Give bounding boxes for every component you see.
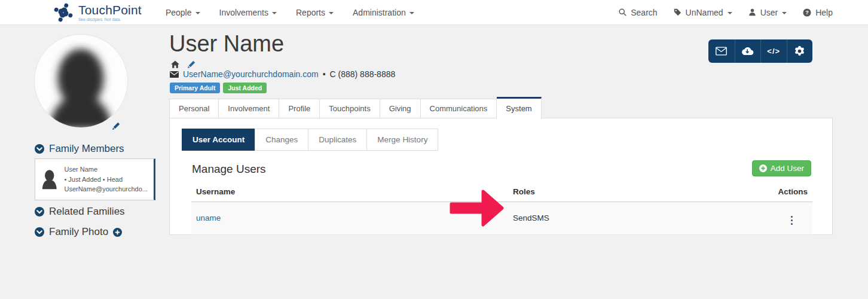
profile-action-buttons: </> — [708, 39, 812, 63]
top-navbar: TouchPoint See disciples. Not data. Peop… — [0, 0, 868, 25]
navbar-right: Search UnNamed User ? Help — [619, 8, 833, 17]
code-icon: </> — [767, 47, 780, 56]
help-button[interactable]: ? Help — [803, 8, 833, 17]
brand-tagline: See disciples. Not data. — [78, 17, 142, 22]
search-icon — [619, 8, 626, 16]
brand-logo[interactable]: TouchPoint See disciples. Not data. — [53, 2, 142, 23]
email-button[interactable] — [708, 39, 735, 63]
svg-text:?: ? — [805, 10, 809, 16]
cloud-download-button[interactable] — [735, 39, 761, 63]
column-roles: Roles — [508, 182, 747, 202]
edit-person-icon[interactable] — [188, 60, 195, 68]
column-actions: Actions — [747, 182, 812, 202]
tab-communications[interactable]: Communications — [421, 99, 497, 118]
cloud-download-icon — [741, 47, 754, 56]
caret-down-icon — [272, 12, 277, 14]
user-menu[interactable]: User — [748, 8, 787, 17]
phone-number: C (888) 888-8888 — [330, 69, 396, 79]
caret-down-icon — [782, 12, 787, 14]
family-member-card[interactable]: User Name • Just Added • Head UserName@y… — [35, 158, 155, 200]
tab-giving[interactable]: Giving — [380, 99, 421, 118]
email-link[interactable]: UserName@yourchurchdomain.com — [183, 69, 319, 79]
badge-primary-adult: Primary Adult — [170, 83, 220, 93]
plus-circle-icon — [759, 164, 767, 172]
home-icon[interactable] — [171, 60, 179, 68]
help-icon: ? — [803, 8, 811, 17]
family-members-section[interactable]: Family Members — [35, 143, 124, 155]
tab-system[interactable]: System — [497, 97, 541, 119]
menu-involvements[interactable]: Involvements — [219, 8, 277, 17]
caret-down-icon — [409, 12, 414, 14]
menu-reports[interactable]: Reports — [296, 8, 334, 17]
tab-profile[interactable]: Profile — [279, 99, 320, 118]
row-actions-menu[interactable] — [791, 216, 793, 225]
caret-down-icon — [195, 12, 200, 14]
badge-just-added: Just Added — [223, 83, 267, 93]
member-email: UserName@yourchurchdo... — [64, 184, 148, 194]
menu-people[interactable]: People — [166, 8, 200, 17]
tab-involvement[interactable]: Involvement — [219, 99, 279, 118]
highlight-arrow — [450, 187, 505, 229]
person-silhouette — [35, 35, 127, 127]
contact-row: UserName@yourchurchdomain.com • C (888) … — [170, 69, 395, 79]
manage-users-title: Manage Users — [192, 163, 266, 176]
settings-button[interactable] — [787, 39, 813, 63]
subtab-user-account[interactable]: User Account — [182, 129, 255, 151]
subtab-changes[interactable]: Changes — [255, 129, 308, 151]
member-meta: • Just Added • Head — [64, 175, 148, 185]
family-photo-section[interactable]: Family Photo — [35, 226, 122, 238]
edit-photo-button[interactable] — [112, 121, 120, 132]
church-selector[interactable]: UnNamed — [674, 8, 732, 17]
related-families-section[interactable]: Related Families — [35, 206, 125, 218]
system-subtabs: User Account Changes Duplicates Merge Hi… — [182, 129, 438, 151]
code-button[interactable]: </> — [760, 39, 787, 63]
subtab-merge-history[interactable]: Merge History — [366, 129, 438, 151]
profile-tabs: Personal Involvement Profile Touchpoints… — [169, 99, 542, 118]
tab-touchpoints[interactable]: Touchpoints — [320, 99, 380, 118]
caret-down-icon — [329, 12, 334, 14]
main-menu: People Involvements Reports Administrati… — [166, 8, 414, 17]
member-name: User Name — [64, 164, 148, 175]
username-link[interactable]: uname — [196, 213, 221, 222]
quick-icons — [171, 60, 195, 68]
search-button[interactable]: Search — [619, 8, 657, 17]
pencil-icon — [112, 122, 120, 130]
status-badges: Primary Adult Just Added — [170, 83, 267, 93]
subtab-duplicates[interactable]: Duplicates — [308, 129, 367, 151]
caret-down-icon — [728, 12, 732, 14]
chevron-circle-down-icon — [35, 144, 44, 154]
chevron-circle-down-icon — [35, 207, 44, 216]
roles-value: SendSMS — [508, 202, 747, 235]
add-user-button[interactable]: Add User — [752, 160, 811, 176]
brand-name: TouchPoint — [78, 4, 142, 16]
user-icon — [748, 8, 756, 16]
tag-icon — [674, 8, 681, 16]
envelope-outline-icon — [716, 47, 727, 56]
envelope-icon — [170, 71, 179, 78]
tab-personal[interactable]: Personal — [169, 99, 219, 118]
member-avatar — [41, 168, 57, 191]
menu-administration[interactable]: Administration — [353, 8, 414, 17]
contact-separator: • — [323, 69, 326, 79]
touchpoint-logo-icon — [53, 2, 74, 23]
plus-circle-icon[interactable] — [113, 228, 122, 237]
page-title: User Name — [169, 31, 284, 57]
chevron-circle-down-icon — [35, 227, 44, 237]
profile-photo[interactable] — [34, 34, 128, 128]
gear-icon — [794, 46, 805, 56]
